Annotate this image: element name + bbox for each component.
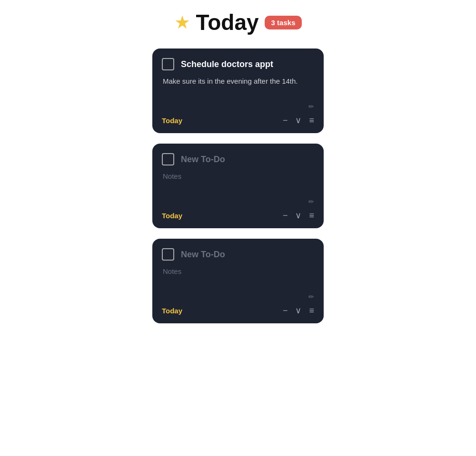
task-actions-3: − ∨ ≡ — [283, 305, 314, 316]
edit-corner-1: ✏ — [162, 103, 314, 110]
task-footer-2: Today − ∨ ≡ — [162, 210, 314, 221]
page-title: Today — [196, 10, 259, 35]
task-date-3: Today — [162, 307, 182, 315]
edit-corner-3: ✏ — [162, 293, 314, 301]
menu-icon-2[interactable]: ≡ — [309, 211, 314, 221]
task-notes-2: Notes — [162, 171, 314, 194]
task-actions-1: − ∨ ≡ — [283, 115, 314, 126]
minus-icon-2[interactable]: − — [283, 211, 288, 221]
task-checkbox-1[interactable] — [162, 58, 174, 70]
chevron-down-icon-2[interactable]: ∨ — [295, 210, 301, 221]
task-title-1: Schedule doctors appt — [181, 59, 273, 69]
task-title-2: New To-Do — [181, 155, 225, 165]
task-actions-2: − ∨ ≡ — [283, 210, 314, 221]
task-date-2: Today — [162, 212, 182, 220]
task-header-3: New To-Do — [162, 248, 314, 261]
task-list: Schedule doctors appt Make sure its in t… — [152, 49, 324, 323]
task-notes-3: Notes — [162, 266, 314, 289]
task-checkbox-3[interactable] — [162, 248, 174, 261]
task-date-1: Today — [162, 116, 182, 125]
page-header: ★ Today 3 tasks — [174, 10, 302, 35]
edit-pencil-icon-1[interactable]: ✏ — [308, 103, 314, 110]
task-card-3: New To-Do Notes ✏ Today − ∨ ≡ — [152, 239, 324, 323]
edit-corner-2: ✏ — [162, 198, 314, 205]
chevron-down-icon-1[interactable]: ∨ — [295, 115, 301, 126]
minus-icon-1[interactable]: − — [283, 116, 288, 126]
edit-pencil-icon-2[interactable]: ✏ — [308, 198, 314, 205]
task-checkbox-2[interactable] — [162, 153, 174, 165]
task-notes-1: Make sure its in the evening after the 1… — [162, 76, 314, 99]
task-title-3: New To-Do — [181, 250, 225, 260]
menu-icon-3[interactable]: ≡ — [309, 306, 314, 316]
task-footer-3: Today − ∨ ≡ — [162, 305, 314, 316]
task-header-2: New To-Do — [162, 153, 314, 165]
chevron-down-icon-3[interactable]: ∨ — [295, 305, 301, 316]
tasks-badge: 3 tasks — [265, 16, 302, 29]
star-icon: ★ — [174, 13, 190, 31]
minus-icon-3[interactable]: − — [283, 306, 288, 316]
edit-pencil-icon-3[interactable]: ✏ — [308, 293, 314, 301]
task-header-1: Schedule doctors appt — [162, 58, 314, 70]
menu-icon-1[interactable]: ≡ — [309, 116, 314, 126]
task-footer-1: Today − ∨ ≡ — [162, 115, 314, 126]
task-card-2: New To-Do Notes ✏ Today − ∨ ≡ — [152, 144, 324, 228]
task-card-1: Schedule doctors appt Make sure its in t… — [152, 49, 324, 133]
